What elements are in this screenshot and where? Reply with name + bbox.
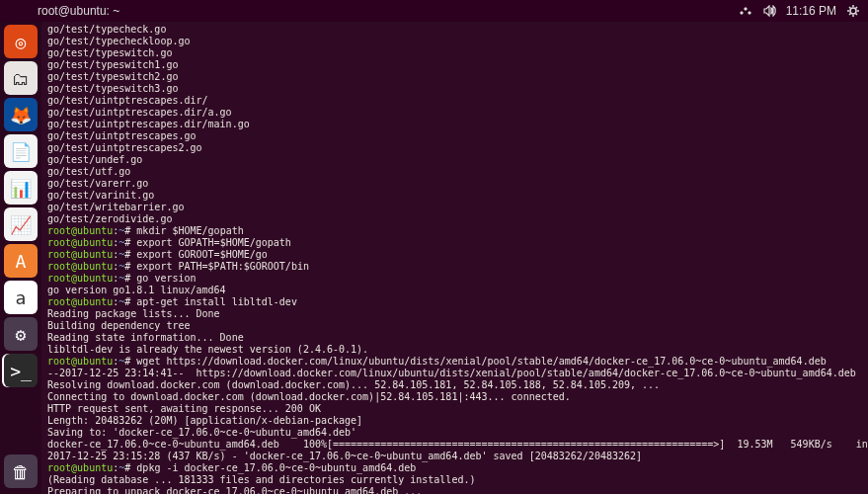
command-text: mkdir $HOME/gopath bbox=[136, 225, 243, 236]
sound-icon[interactable] bbox=[762, 5, 776, 17]
terminal-output-line: go/test/typeswitch3.go bbox=[47, 83, 862, 95]
terminal-command-line: root@ubuntu:~# export GOPATH=$HOME/gopat… bbox=[47, 237, 862, 249]
prompt-hash: # bbox=[124, 261, 136, 272]
terminal-output-line: go/test/uintptrescapes.go bbox=[47, 130, 862, 142]
terminal-command-line: root@ubuntu:~# wget https://download.doc… bbox=[47, 356, 862, 368]
prompt-user: root@ubuntu bbox=[47, 237, 113, 248]
terminal-output-line: go/test/typeswitch2.go bbox=[47, 71, 862, 83]
prompt-hash: # bbox=[124, 249, 136, 260]
prompt-hash: # bbox=[124, 462, 136, 473]
terminal-command-line: root@ubuntu:~# go version bbox=[47, 273, 862, 285]
gear-icon[interactable] bbox=[846, 4, 860, 18]
terminal-command-line: root@ubuntu:~# export GOROOT=$HOME/go bbox=[47, 249, 862, 261]
launcher-terminal-icon[interactable]: >_ bbox=[4, 354, 38, 387]
prompt-hash: # bbox=[124, 296, 136, 307]
terminal-output-line: 2017-12-25 23:15:28 (437 KB/s) - 'docker… bbox=[47, 451, 862, 462]
terminal-output-line: go/test/uintptrescapes.dir/ bbox=[47, 95, 862, 107]
terminal-output-line: go/test/undef.go bbox=[47, 154, 862, 166]
terminal-output-line: Length: 20483262 (20M) [application/x-de… bbox=[47, 415, 862, 427]
command-text: export PATH=$PATH:$GOROOT/bin bbox=[136, 261, 309, 272]
launcher-settings-icon[interactable]: ⚙ bbox=[4, 317, 38, 351]
terminal-command-line: root@ubuntu:~# apt-get install libltdl-d… bbox=[47, 296, 862, 308]
terminal-output-line: go/test/typecheck.go bbox=[47, 24, 862, 36]
terminal-output-line: Reading package lists... Done bbox=[47, 308, 862, 320]
terminal-output-line: Building dependency tree bbox=[47, 320, 862, 332]
prompt-user: root@ubuntu bbox=[47, 225, 113, 236]
terminal-output-line: HTTP request sent, awaiting response... … bbox=[47, 403, 862, 415]
launcher: ◎🗂🦊📄📊📈Aa⚙>_🗑 bbox=[0, 22, 41, 494]
launcher-amazon-icon[interactable]: a bbox=[4, 281, 38, 314]
terminal-output-line: go/test/uintptrescapes.dir/a.go bbox=[47, 107, 862, 119]
prompt-user: root@ubuntu bbox=[47, 296, 113, 307]
launcher-files-icon[interactable]: 🗂 bbox=[4, 61, 38, 95]
launcher-libreoffice-impress-icon[interactable]: 📈 bbox=[4, 207, 38, 241]
terminal-output-line: go/test/uintptrescapes.dir/main.go bbox=[47, 119, 862, 130]
clock[interactable]: 11:16 PM bbox=[786, 4, 836, 18]
terminal-output-line: (Reading database ... 181333 files and d… bbox=[47, 474, 862, 486]
prompt-user: root@ubuntu bbox=[47, 273, 113, 284]
prompt-user: root@ubuntu bbox=[47, 249, 113, 260]
prompt-user: root@ubuntu bbox=[47, 462, 113, 473]
terminal-output-line: Resolving download.docker.com (download.… bbox=[47, 379, 862, 391]
terminal-output-line: go/test/varinit.go bbox=[47, 190, 862, 202]
command-text: go version bbox=[136, 273, 196, 284]
launcher-firefox-icon[interactable]: 🦊 bbox=[4, 98, 38, 131]
terminal-output-line: docker-ce_17.06.0~ce-0~ubuntu_amd64.deb … bbox=[47, 439, 862, 451]
terminal-output-line: go/test/utf.go bbox=[47, 166, 862, 178]
terminal-output-line: Preparing to unpack docker-ce_17.06.0~ce… bbox=[47, 486, 862, 494]
terminal-command-line: root@ubuntu:~# dpkg -i docker-ce_17.06.0… bbox=[47, 462, 862, 474]
terminal-output-line: go/test/zerodivide.go bbox=[47, 213, 862, 225]
command-text: apt-get install libltdl-dev bbox=[136, 296, 297, 307]
svg-point-0 bbox=[850, 8, 856, 14]
prompt-user: root@ubuntu bbox=[47, 356, 113, 367]
launcher-trash-icon[interactable]: 🗑 bbox=[4, 454, 38, 488]
prompt-hash: # bbox=[124, 273, 136, 284]
prompt-hash: # bbox=[124, 225, 136, 236]
command-text: export GOPATH=$HOME/gopath bbox=[136, 237, 291, 248]
window-title: root@ubuntu: ~ bbox=[38, 4, 119, 18]
command-text: wget https://download.docker.com/linux/u… bbox=[136, 356, 826, 367]
terminal-output-line: Reading state information... Done bbox=[47, 332, 862, 344]
terminal-output-line: Saving to: 'docker-ce_17.06.0~ce-0~ubunt… bbox=[47, 427, 862, 439]
terminal-output-line: go/test/typecheckloop.go bbox=[47, 36, 862, 47]
terminal-output-line: go/test/writebarrier.go bbox=[47, 202, 862, 213]
prompt-hash: # bbox=[124, 237, 136, 248]
terminal-output-line: Connecting to download.docker.com (downl… bbox=[47, 391, 862, 403]
terminal[interactable]: go/test/typecheck.gogo/test/typecheckloo… bbox=[41, 22, 868, 494]
launcher-libreoffice-writer-icon[interactable]: 📄 bbox=[4, 134, 38, 168]
terminal-output-line: go version go1.8.1 linux/amd64 bbox=[47, 285, 862, 296]
launcher-libreoffice-calc-icon[interactable]: 📊 bbox=[4, 171, 38, 205]
terminal-output-line: go/test/varerr.go bbox=[47, 178, 862, 190]
launcher-dash-icon[interactable]: ◎ bbox=[4, 25, 38, 58]
terminal-command-line: root@ubuntu:~# mkdir $HOME/gopath bbox=[47, 225, 862, 237]
terminal-output-line: go/test/typeswitch1.go bbox=[47, 59, 862, 71]
terminal-command-line: root@ubuntu:~# export PATH=$PATH:$GOROOT… bbox=[47, 261, 862, 273]
terminal-output-line: go/test/uintptrescapes2.go bbox=[47, 142, 862, 154]
launcher-software-icon[interactable]: A bbox=[4, 244, 38, 278]
terminal-output-line: --2017-12-25 23:14:41-- https://download… bbox=[47, 368, 862, 379]
prompt-user: root@ubuntu bbox=[47, 261, 113, 272]
command-text: dpkg -i docker-ce_17.06.0~ce-0~ubuntu_am… bbox=[136, 462, 416, 473]
terminal-output-line: go/test/typeswitch.go bbox=[47, 47, 862, 59]
prompt-hash: # bbox=[124, 356, 136, 367]
terminal-output-line: libltdl-dev is already the newest versio… bbox=[47, 344, 862, 356]
menu-bar: root@ubuntu: ~ 11:16 PM bbox=[0, 0, 868, 22]
network-icon[interactable] bbox=[739, 5, 752, 17]
command-text: export GOROOT=$HOME/go bbox=[136, 249, 267, 260]
